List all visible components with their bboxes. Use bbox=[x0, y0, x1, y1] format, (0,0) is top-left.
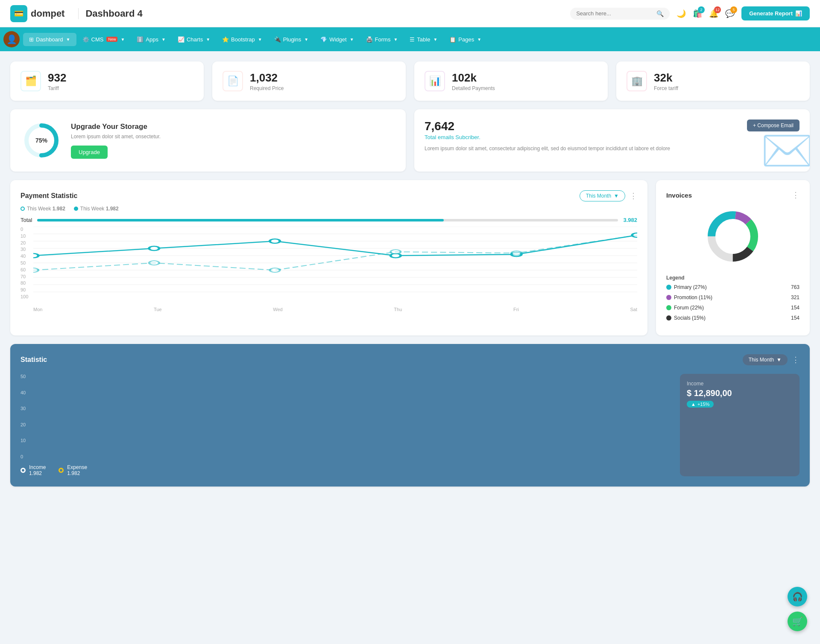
nav-label-bootstrap: Bootstrap bbox=[231, 36, 255, 43]
cms-new-badge: New bbox=[106, 37, 117, 42]
stat-info-force: 32k Force tariff bbox=[654, 71, 678, 91]
tariff-icon: 🗂️ bbox=[20, 71, 41, 91]
apps-arrow: ▼ bbox=[161, 37, 166, 42]
svg-point-12 bbox=[33, 254, 38, 258]
invoice-legend-primary: Primary (27%) 763 bbox=[666, 284, 800, 290]
invoice-legend-socials: Socials (15%) 154 bbox=[666, 315, 800, 321]
generate-report-button[interactable]: Generate Report 📊 bbox=[741, 6, 810, 20]
invoices-card: Invoices ⋮ Lege bbox=[656, 180, 810, 335]
storage-info: Upgrade Your Storage Lorem ipsum dolor s… bbox=[71, 122, 161, 159]
storage-desc: Lorem ipsum dolor sit amet, onsectetur. bbox=[71, 134, 161, 140]
nav-label-apps: Apps bbox=[146, 36, 158, 43]
promotion-color bbox=[666, 295, 671, 300]
nav-item-widget[interactable]: 💎 Widget ▼ bbox=[314, 33, 360, 46]
payment-menu-button[interactable]: ⋮ bbox=[630, 191, 637, 201]
logo-icon: 💳 bbox=[10, 5, 27, 22]
cms-icon: ⚙️ bbox=[82, 36, 89, 43]
nav-item-charts[interactable]: 📈 Charts ▼ bbox=[172, 33, 216, 46]
nav-label-plugins: Plugins bbox=[283, 36, 302, 43]
logo: 💳 dompet bbox=[10, 5, 64, 22]
forum-label: Forum (22%) bbox=[674, 305, 704, 311]
nav-item-bootstrap[interactable]: ⭐ Bootstrap ▼ bbox=[216, 33, 268, 46]
statistic-menu-button[interactable]: ⋮ bbox=[792, 355, 800, 364]
svg-point-13 bbox=[149, 246, 159, 251]
statistic-filter-button[interactable]: This Month ▼ bbox=[743, 354, 788, 365]
forum-color bbox=[666, 305, 671, 310]
dashboard-icon: ⊞ bbox=[29, 36, 34, 43]
widget-icon: 💎 bbox=[320, 36, 327, 43]
payment-filter-label: This Month bbox=[586, 193, 611, 199]
expense-legend-info: Expense 1.982 bbox=[67, 464, 87, 476]
payment-title: Payment Statistic bbox=[20, 192, 77, 200]
invoices-menu-button[interactable]: ⋮ bbox=[792, 190, 800, 200]
legend-week2-label: This Week bbox=[80, 206, 104, 212]
income-legend-label: Income bbox=[29, 464, 46, 470]
force-value: 32k bbox=[654, 71, 678, 85]
stat-card-price: 📄 1,032 Required Price bbox=[212, 61, 406, 101]
main-nav: 👤 ⊞ Dashboard ▼ ⚙️ CMS New ▼ ℹ️ Apps ▼ 📈… bbox=[0, 27, 820, 51]
upgrade-button[interactable]: Upgrade bbox=[71, 146, 108, 159]
price-icon: 📄 bbox=[223, 71, 243, 91]
statistic-controls: This Month ▼ ⋮ bbox=[743, 354, 800, 365]
nav-label-pages: Pages bbox=[458, 36, 474, 43]
storage-title: Upgrade Your Storage bbox=[71, 122, 161, 131]
nav-item-table[interactable]: ☰ Table ▼ bbox=[404, 33, 443, 46]
tariff-value: 932 bbox=[48, 71, 66, 85]
payments-value: 102k bbox=[452, 71, 495, 85]
plugins-icon: 🔌 bbox=[274, 36, 281, 43]
invoice-legend-promotion: Promotion (11%) 321 bbox=[666, 294, 800, 300]
nav-item-forms[interactable]: 🖨️ Forms ▼ bbox=[360, 33, 404, 46]
bar-y-labels: 01020304050 bbox=[20, 374, 35, 459]
bootstrap-icon: ⭐ bbox=[222, 36, 229, 43]
forum-value: 154 bbox=[791, 305, 800, 311]
legend-week2: This Week 1.982 bbox=[74, 206, 119, 212]
svg-point-23 bbox=[632, 233, 637, 237]
stat-cards-row: 🗂️ 932 Tariff 📄 1,032 Required Price 📊 1… bbox=[10, 61, 810, 101]
socials-label: Socials (15%) bbox=[674, 315, 706, 321]
payments-icon: 📊 bbox=[425, 71, 445, 91]
invoices-title: Invoices bbox=[666, 192, 692, 199]
nav-label-table: Table bbox=[417, 36, 430, 43]
nav-item-dashboard[interactable]: ⊞ Dashboard ▼ bbox=[23, 33, 76, 46]
nav-label-forms: Forms bbox=[375, 36, 391, 43]
bootstrap-arrow: ▼ bbox=[258, 37, 262, 42]
svg-point-18 bbox=[33, 268, 38, 272]
generate-report-label: Generate Report bbox=[749, 10, 793, 17]
stat-info-price: 1,032 Required Price bbox=[250, 71, 284, 91]
nav-item-pages[interactable]: 📋 Pages ▼ bbox=[443, 33, 487, 46]
force-icon: 🏢 bbox=[627, 71, 647, 91]
stat-card-tariff: 🗂️ 932 Tariff bbox=[10, 61, 204, 101]
search-input[interactable] bbox=[576, 10, 653, 17]
payment-left: Payment Statistic bbox=[20, 192, 77, 200]
payment-filter-button[interactable]: This Month ▼ bbox=[580, 190, 625, 201]
invoices-donut bbox=[666, 207, 800, 266]
shop-icon-wrap[interactable]: 🛍️ 2 bbox=[693, 9, 702, 18]
pages-icon: 📋 bbox=[449, 36, 456, 43]
price-value: 1,032 bbox=[250, 71, 284, 85]
income-legend: Income 1.982 bbox=[20, 464, 46, 476]
forms-arrow: ▼ bbox=[393, 37, 398, 42]
chat-icon-wrap[interactable]: 💬 5 bbox=[725, 9, 735, 18]
legend-name-forum: Forum (22%) bbox=[666, 305, 704, 311]
main-content: 🗂️ 932 Tariff 📄 1,032 Required Price 📊 1… bbox=[0, 51, 820, 497]
bell-icon-wrap[interactable]: 🔔 12 bbox=[709, 9, 718, 18]
storage-percent-label: 75% bbox=[35, 137, 47, 144]
nav-item-plugins[interactable]: 🔌 Plugins ▼ bbox=[268, 33, 315, 46]
bell-badge: 12 bbox=[714, 6, 721, 13]
income-legend-dot bbox=[20, 468, 26, 473]
stat-legends: Income 1.982 Expense 1.982 bbox=[20, 464, 670, 476]
promotion-label: Promotion (11%) bbox=[674, 294, 712, 300]
moon-icon[interactable]: 🌙 bbox=[676, 9, 686, 18]
legend-week1-val: 1.982 bbox=[53, 206, 65, 212]
legend-name-primary: Primary (27%) bbox=[666, 284, 707, 290]
up-arrow-icon: ▲ bbox=[691, 402, 696, 407]
legend-dot-2 bbox=[74, 207, 78, 211]
nav-item-apps[interactable]: ℹ️ Apps ▼ bbox=[131, 33, 172, 46]
payment-controls: This Month ▼ ⋮ bbox=[580, 190, 637, 201]
search-icon[interactable]: 🔍 bbox=[656, 10, 664, 17]
search-bar[interactable]: 🔍 bbox=[570, 8, 670, 20]
pages-arrow: ▼ bbox=[477, 37, 481, 42]
nav-item-cms[interactable]: ⚙️ CMS New ▼ bbox=[76, 33, 131, 46]
stat-card-payments: 📊 102k Detalled Payments bbox=[414, 61, 608, 101]
invoice-legend-forum: Forum (22%) 154 bbox=[666, 305, 800, 311]
